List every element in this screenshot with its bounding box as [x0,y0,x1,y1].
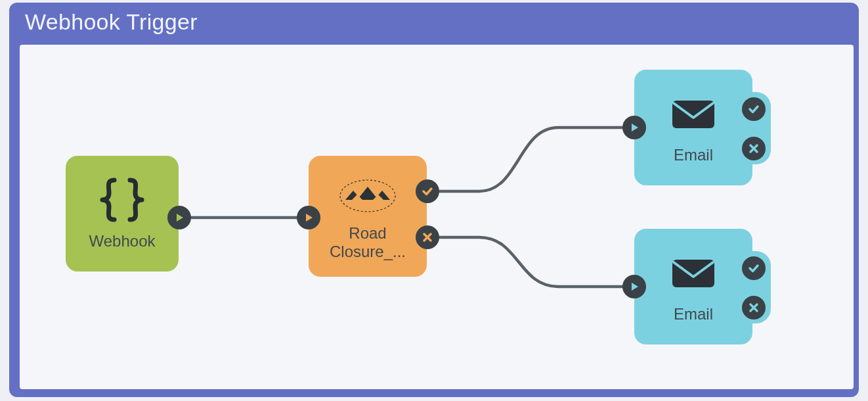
svg-marker-12 [632,124,638,131]
node-email-1[interactable]: Email [634,70,752,185]
port-output-fail[interactable] [742,296,766,319]
braces-icon [97,172,147,228]
port-output-success[interactable] [742,256,766,280]
node-email-2[interactable]: Email [634,229,752,344]
svg-marker-9 [306,214,313,222]
envelope-icon [670,88,717,139]
port-output-fail[interactable] [742,137,766,160]
svg-marker-8 [177,214,183,222]
connection-wire[interactable] [439,237,624,287]
port-output-fail[interactable] [416,225,439,249]
port-output-success[interactable] [742,97,766,121]
fme-logo-icon [337,172,398,220]
node-webhook[interactable]: Webhook [66,156,179,271]
svg-marker-15 [632,283,638,291]
port-output-success[interactable] [416,179,439,203]
port-input-play[interactable] [622,116,646,139]
port-input-play[interactable] [622,275,646,298]
node-label: Email [674,305,713,323]
workflow-canvas[interactable]: Webhook Road Closure_... [17,42,856,392]
node-label: Webhook [89,232,156,250]
svg-rect-7 [672,260,714,287]
port-input-play[interactable] [297,206,320,229]
node-label: Email [674,146,713,164]
port-output-play[interactable] [167,206,191,229]
svg-rect-6 [672,101,714,128]
container-title: Webhook Trigger [25,9,198,35]
workflow-container: Webhook Trigger [9,3,859,397]
envelope-icon [670,247,717,298]
connection-wire[interactable] [439,128,624,191]
node-label: Road Closure_... [318,224,417,260]
node-road-closure[interactable]: Road Closure_... [309,156,427,277]
